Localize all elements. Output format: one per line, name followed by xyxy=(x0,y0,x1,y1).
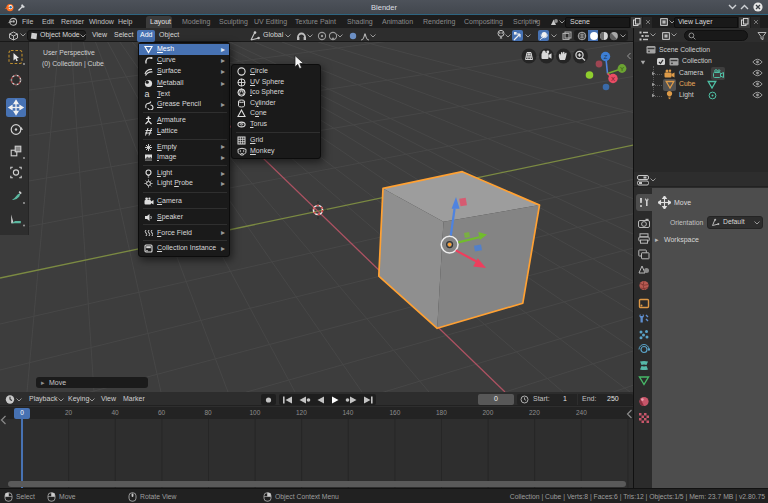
svg-text:Y: Y xyxy=(620,66,624,72)
svg-text:Z: Z xyxy=(604,54,608,60)
svg-text:X: X xyxy=(611,76,615,82)
